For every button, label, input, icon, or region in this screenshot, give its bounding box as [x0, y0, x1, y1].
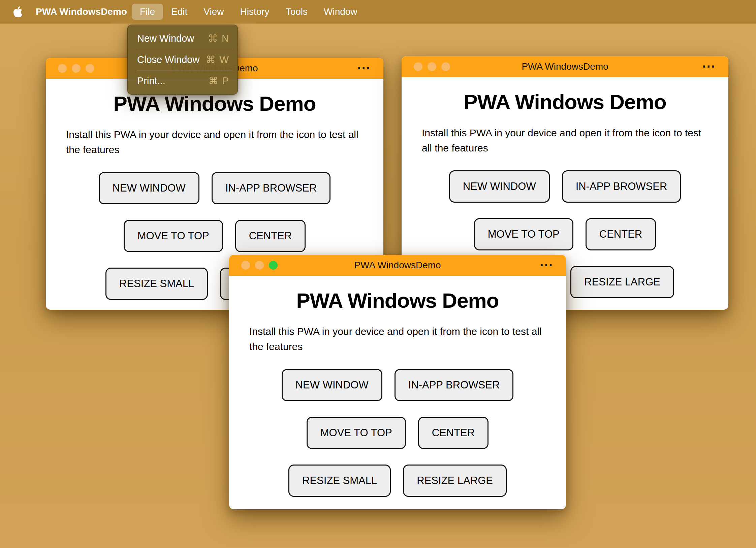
window-titlebar[interactable]: PWA WindowsDemo ⋯	[402, 56, 728, 77]
center-button[interactable]: CENTER	[586, 218, 656, 250]
minimize-button[interactable]	[428, 62, 436, 71]
more-options-icon[interactable]: ⋯	[357, 60, 371, 75]
description-text: Install this PWA in your device and open…	[422, 125, 708, 156]
move-to-top-button[interactable]: MOVE TO TOP	[307, 417, 406, 449]
more-options-icon[interactable]: ⋯	[539, 257, 553, 272]
traffic-lights	[58, 58, 94, 79]
file-menu: New Window ⌘ N Close Window ⌘ W Print...…	[127, 25, 238, 95]
minimize-button[interactable]	[72, 64, 81, 73]
button-row: MOVE TO TOP CENTER	[402, 218, 728, 250]
button-row: NEW WINDOW IN-APP BROWSER	[46, 172, 383, 204]
menu-item-shortcut: ⌘ W	[206, 54, 229, 65]
close-button[interactable]	[241, 261, 250, 270]
resize-small-button[interactable]: RESIZE SMALL	[288, 465, 391, 497]
center-button[interactable]: CENTER	[235, 220, 306, 252]
page-title: PWA Windows Demo	[402, 90, 728, 114]
menu-item-shortcut: ⌘ N	[208, 33, 229, 44]
menubar-app-name: PWA WindowsDemo	[36, 6, 127, 17]
in-app-browser-button[interactable]: IN-APP BROWSER	[395, 369, 514, 401]
menu-separator	[136, 49, 232, 49]
window-foreground: PWA WindowsDemo ⋯ PWA Windows Demo Insta…	[229, 255, 566, 509]
menu-item-label: Close Window	[137, 54, 199, 65]
window-titlebar[interactable]: PWA WindowsDemo ⋯	[229, 255, 566, 276]
close-button[interactable]	[58, 64, 67, 73]
traffic-lights	[414, 56, 450, 77]
center-button[interactable]: CENTER	[418, 417, 489, 449]
menu-item-label: New Window	[137, 33, 194, 44]
in-app-browser-button[interactable]: IN-APP BROWSER	[212, 172, 331, 204]
menu-item-shortcut: ⌘ P	[209, 75, 229, 87]
button-rows: NEW WINDOW IN-APP BROWSER MOVE TO TOP CE…	[229, 369, 566, 497]
description-text: Install this PWA in your device and open…	[66, 127, 363, 157]
move-to-top-button[interactable]: MOVE TO TOP	[124, 220, 223, 252]
page-title: PWA Windows Demo	[46, 92, 383, 115]
minimize-button[interactable]	[255, 261, 264, 270]
menu-item-print[interactable]: Print... ⌘ P	[128, 71, 238, 91]
zoom-button[interactable]	[441, 62, 450, 71]
desktop: PWA WindowsDemo File Edit View History T…	[0, 0, 756, 548]
new-window-button[interactable]: NEW WINDOW	[99, 172, 199, 204]
menu-item-edit[interactable]: Edit	[163, 4, 195, 20]
button-row: NEW WINDOW IN-APP BROWSER	[229, 369, 566, 401]
window-title: PWA WindowsDemo	[522, 61, 608, 72]
in-app-browser-button[interactable]: IN-APP BROWSER	[562, 170, 681, 203]
resize-large-button[interactable]: RESIZE LARGE	[403, 465, 507, 497]
button-row: RESIZE SMALL RESIZE LARGE	[229, 465, 566, 497]
resize-small-button[interactable]: RESIZE SMALL	[105, 268, 208, 300]
page-title: PWA Windows Demo	[229, 288, 566, 312]
menu-bar: PWA WindowsDemo File Edit View History T…	[0, 0, 756, 24]
menu-item-close-window[interactable]: Close Window ⌘ W	[128, 49, 238, 70]
more-options-icon[interactable]: ⋯	[702, 58, 716, 74]
menu-item-file[interactable]: File	[132, 4, 163, 20]
new-window-button[interactable]: NEW WINDOW	[449, 170, 550, 203]
zoom-button[interactable]	[86, 64, 94, 73]
menu-separator	[136, 70, 232, 70]
traffic-lights	[241, 255, 278, 276]
description-text: Install this PWA in your device and open…	[249, 324, 546, 354]
new-window-button[interactable]: NEW WINDOW	[282, 369, 382, 401]
menu-item-new-window[interactable]: New Window ⌘ N	[128, 28, 238, 48]
menu-item-tools[interactable]: Tools	[278, 4, 316, 20]
zoom-button[interactable]	[269, 261, 278, 270]
close-button[interactable]	[414, 62, 422, 71]
apple-icon[interactable]	[13, 6, 22, 17]
button-row: MOVE TO TOP CENTER	[229, 417, 566, 449]
resize-large-button[interactable]: RESIZE LARGE	[570, 266, 674, 298]
button-row: MOVE TO TOP CENTER	[46, 220, 383, 252]
menu-item-window[interactable]: Window	[316, 4, 366, 20]
menu-item-history[interactable]: History	[232, 4, 278, 20]
menu-item-label: Print...	[137, 75, 165, 87]
button-row: NEW WINDOW IN-APP BROWSER	[402, 170, 728, 203]
window-title: PWA WindowsDemo	[354, 260, 441, 271]
move-to-top-button[interactable]: MOVE TO TOP	[474, 218, 573, 250]
window-content: PWA Windows Demo Install this PWA in you…	[229, 288, 566, 497]
menu-item-view[interactable]: View	[195, 4, 232, 20]
